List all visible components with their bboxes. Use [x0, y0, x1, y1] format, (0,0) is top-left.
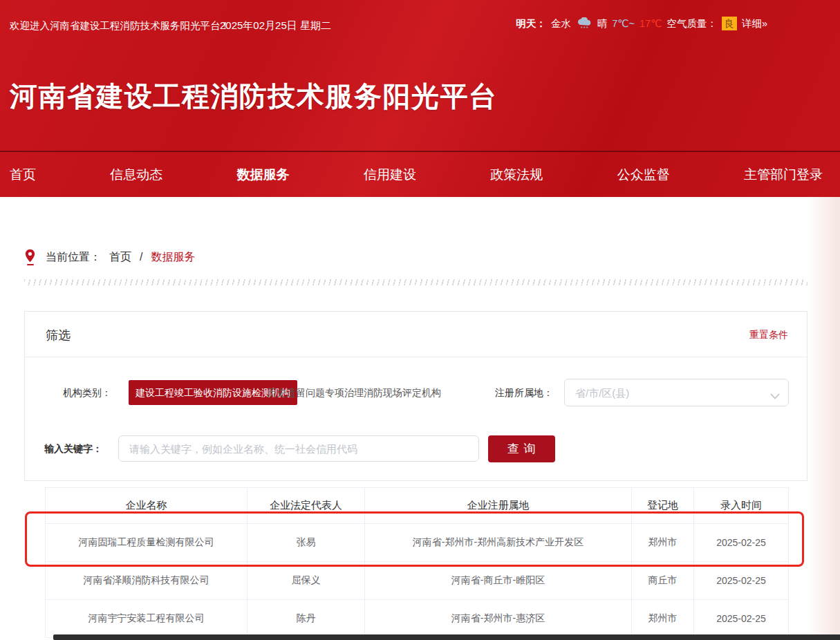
chevron-down-icon: [770, 390, 780, 402]
location-pin-icon: [24, 249, 36, 265]
topbar: 欢迎进入河南省建设工程消防技术服务阳光平台！ 2025年02月25日 星期二 明…: [0, 0, 840, 55]
cell-registered-location: 河南省-商丘市-睢阳区: [365, 562, 632, 600]
filter-row-keyword: 输入关键字： 查 询: [25, 435, 807, 462]
filter-card-header: 筛选 重置条件: [25, 312, 807, 357]
cell-entry-date: 2025-02-25: [694, 524, 789, 562]
cell-company-name: 河南宇宁安装工程有限公司: [46, 600, 248, 638]
cell-company-name: 河南固瑞工程质量检测有限公司: [46, 524, 248, 562]
air-quality-badge: 良: [722, 17, 737, 30]
cell-company-name: 河南省泽顺消防科技有限公司: [46, 562, 248, 600]
cell-legal-representative: 陈丹: [248, 600, 365, 638]
nav-item-supervision[interactable]: 公众监督: [617, 166, 670, 184]
category-option-inactive[interactable]: 历史遗留问题专项治理消防现场评定机构: [267, 377, 441, 408]
breadcrumb-current[interactable]: 数据服务: [151, 250, 195, 265]
reset-filters-link[interactable]: 重置条件: [749, 329, 788, 341]
main-nav: 首页 信息动态 数据服务 信用建设 政策法规 公众监督 主管部门登录: [0, 151, 840, 197]
cell-entry-date: 2025-02-25: [694, 600, 789, 638]
nav-item-home[interactable]: 首页: [10, 166, 36, 184]
breadcrumb: 当前位置： 首页 / 数据服务: [24, 249, 195, 265]
search-button[interactable]: 查 询: [488, 435, 555, 462]
cell-registered-location: 河南省-郑州市-郑州高新技术产业开发区: [365, 524, 632, 562]
keyword-label: 输入关键字：: [44, 435, 102, 462]
table-row[interactable]: 河南宇宁安装工程有限公司 陈丹 河南省-郑州市-惠济区 郑州市 2025-02-…: [46, 600, 789, 638]
col-header-registration-place: 登记地: [632, 488, 694, 524]
breadcrumb-home[interactable]: 首页: [109, 250, 131, 265]
breadcrumb-separator: /: [140, 251, 142, 263]
welcome-text: 欢迎进入河南省建设工程消防技术服务阳光平台！: [10, 19, 230, 32]
weather-condition: 晴: [597, 17, 608, 30]
weather-temp-high: 17℃: [640, 18, 662, 29]
filter-title: 筛选: [46, 327, 71, 343]
nav-item-credit[interactable]: 信用建设: [364, 166, 416, 184]
results-table: 企业名称 企业法定代表人 企业注册属地 登记地 录入时间 河南固瑞工程质量检测有…: [45, 487, 789, 638]
keyword-input[interactable]: [118, 435, 479, 462]
weather-tomorrow-label: 明天：: [516, 17, 546, 30]
hero-banner: 欢迎进入河南省建设工程消防技术服务阳光平台！ 2025年02月25日 星期二 明…: [0, 0, 840, 197]
content-area: 当前位置： 首页 / 数据服务 筛选 重置条件 机构类别： 建设工程竣工验收消防…: [0, 197, 840, 640]
nav-item-policy[interactable]: 政策法规: [490, 166, 543, 184]
breadcrumb-label: 当前位置：: [46, 250, 101, 265]
col-header-company-name: 企业名称: [46, 488, 248, 524]
filter-row-category: 机构类别： 建设工程竣工验收消防设施检测机构 历史遗留问题专项治理消防现场评定机…: [25, 377, 807, 408]
weather-detail-link[interactable]: 详细»: [742, 17, 767, 30]
site-title: 河南省建设工程消防技术服务阳光平台: [10, 77, 498, 115]
cell-legal-representative: 屈保义: [248, 562, 365, 600]
weather-widget: 明天： 金水 晴 7℃~ 17℃ 空气质量： 良 详细»: [516, 17, 767, 30]
nav-item-data-service[interactable]: 数据服务: [237, 166, 290, 184]
date-text: 2025年02月25日 星期二: [220, 19, 331, 32]
filter-card: 筛选 重置条件 机构类别： 建设工程竣工验收消防设施检测机构 历史遗留问题专项治…: [24, 311, 808, 481]
col-header-entry-date: 录入时间: [694, 488, 789, 524]
cell-registration-place: 郑州市: [632, 600, 694, 638]
table-row[interactable]: 河南省泽顺消防科技有限公司 屈保义 河南省-商丘市-睢阳区 商丘市 2025-0…: [46, 562, 789, 600]
cell-registration-place: 郑州市: [632, 524, 694, 562]
nav-item-admin-login[interactable]: 主管部门登录: [744, 166, 823, 184]
cell-registered-location: 河南省-郑州市-惠济区: [365, 600, 632, 638]
table-row[interactable]: 河南固瑞工程质量检测有限公司 张易 河南省-郑州市-郑州高新技术产业开发区 郑州…: [46, 524, 789, 562]
cell-registration-place: 商丘市: [632, 562, 694, 600]
air-quality-label: 空气质量：: [666, 17, 717, 30]
right-edge-tint: [807, 197, 840, 640]
col-header-registered-location: 企业注册属地: [365, 488, 632, 524]
table-header-row: 企业名称 企业法定代表人 企业注册属地 登记地 录入时间: [46, 488, 789, 524]
region-label: 注册所属地：: [495, 377, 553, 408]
col-header-legal-representative: 企业法定代表人: [248, 488, 365, 524]
region-select-input[interactable]: [565, 379, 788, 406]
region-select[interactable]: [564, 379, 789, 406]
cell-legal-representative: 张易: [248, 524, 365, 562]
category-label: 机构类别：: [63, 377, 111, 408]
cloud-icon: [576, 17, 592, 30]
horizontal-scrollbar[interactable]: [53, 634, 840, 640]
weather-temp-low: 7℃~: [612, 18, 635, 29]
nav-item-news[interactable]: 信息动态: [110, 166, 162, 184]
cell-entry-date: 2025-02-25: [694, 562, 789, 600]
hatched-divider: [24, 279, 808, 285]
weather-district: 金水: [551, 17, 571, 30]
